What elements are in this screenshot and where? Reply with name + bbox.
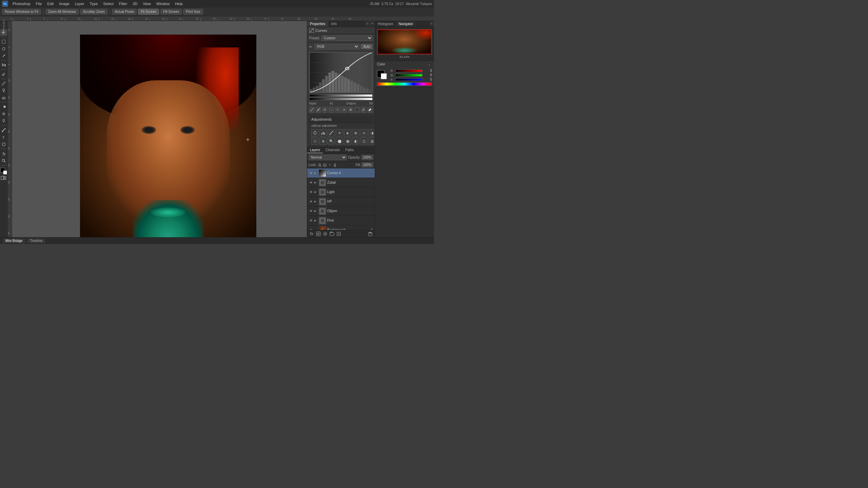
tool-dodge[interactable] xyxy=(0,118,7,124)
tool-clone[interactable] xyxy=(0,87,7,94)
layer-objom-visibility[interactable]: 👁 xyxy=(309,209,313,214)
tool-hand[interactable] xyxy=(0,150,7,157)
tab-paths[interactable]: Paths xyxy=(342,147,357,153)
curve-eyedropper-gray[interactable] xyxy=(361,107,366,113)
tool-pen[interactable] xyxy=(0,127,7,134)
adj-curves[interactable] xyxy=(328,129,335,137)
fill-input[interactable] xyxy=(361,162,373,167)
adj-hsl[interactable]: ⊞ xyxy=(352,129,359,137)
adj-selectivecolor[interactable]: ◫ xyxy=(360,137,368,145)
adj-channelmixer[interactable]: ⊕ xyxy=(319,137,327,145)
tool-crop[interactable] xyxy=(0,62,7,68)
menu-file[interactable]: File xyxy=(34,1,44,6)
adj-invert[interactable]: ⬤ xyxy=(336,137,343,145)
tool-scrubby-zoom[interactable]: Scrubby Zoom xyxy=(80,9,107,15)
menu-layer[interactable]: Layer xyxy=(73,1,87,6)
menu-help[interactable]: Help xyxy=(173,1,185,6)
lock-position[interactable]: + xyxy=(328,163,332,167)
curve-options-btn[interactable]: ⚙ xyxy=(348,107,353,113)
tab-channels[interactable]: Channels xyxy=(323,147,342,153)
layer-light-visibility[interactable]: 👁 xyxy=(309,190,313,195)
adj-gradientmap[interactable]: ▥ xyxy=(368,137,375,145)
tool-zoom[interactable] xyxy=(0,157,7,164)
quick-mask-btn[interactable] xyxy=(1,176,7,182)
tool-fit-screen[interactable]: Fit Screen xyxy=(138,9,159,15)
menu-window[interactable]: Window xyxy=(154,1,172,6)
curve-auto-btn[interactable]: A xyxy=(341,107,347,113)
layer-first[interactable]: 👁 ▶ First xyxy=(307,216,375,225)
add-style-btn[interactable]: fx xyxy=(309,231,315,237)
delete-layer-btn[interactable] xyxy=(367,231,373,237)
tool-text[interactable]: T xyxy=(0,134,7,141)
tool-eraser[interactable] xyxy=(0,94,7,101)
fg-bg-colors[interactable] xyxy=(0,168,7,175)
layer-background-visibility[interactable]: 👁 xyxy=(309,228,313,230)
layer-background[interactable]: 👁 Background xyxy=(307,225,375,230)
curve-draw-btn[interactable] xyxy=(309,107,315,113)
layer-curves4-expand[interactable]: ▶ xyxy=(314,171,318,175)
tool-magic-wand[interactable] xyxy=(0,53,7,59)
layer-curves4-visibility[interactable]: 👁 xyxy=(309,171,313,176)
status-mini-bridge[interactable]: Mini Bridge xyxy=(3,239,25,243)
menu-photoshop[interactable]: Photoshop xyxy=(10,1,33,6)
blend-mode-select[interactable]: Normal Multiply Screen Overlay xyxy=(309,155,347,160)
menu-image[interactable]: Image xyxy=(57,1,72,6)
menu-3d[interactable]: 3D xyxy=(130,1,140,6)
curves-graph[interactable] xyxy=(309,52,373,93)
b-slider[interactable] xyxy=(395,78,422,81)
tool-actual-pixels[interactable]: Actual Pixels xyxy=(112,9,137,15)
curve-eyedropper-white[interactable] xyxy=(367,107,373,113)
properties-close[interactable]: ✕ xyxy=(370,21,375,26)
fg-bg-swatch[interactable] xyxy=(377,70,387,80)
menu-view[interactable]: View xyxy=(140,1,153,6)
tab-properties[interactable]: Properties xyxy=(307,21,329,27)
curves-icon[interactable] xyxy=(309,28,314,33)
canvas-image[interactable] xyxy=(80,35,256,237)
adj-vibrance[interactable]: ◈ xyxy=(344,129,351,137)
tab-info[interactable]: Info xyxy=(329,21,340,27)
adj-brightness[interactable] xyxy=(311,129,319,137)
r-slider[interactable] xyxy=(395,69,422,72)
layer-first-expand[interactable]: ▶ xyxy=(314,219,318,222)
curve-point-btn[interactable] xyxy=(316,107,321,113)
layer-hp[interactable]: 👁 ▶ HP xyxy=(307,197,375,206)
color-menu-btn[interactable]: ≡ xyxy=(427,62,432,67)
tool-blur[interactable] xyxy=(0,110,7,117)
tool-marquee[interactable] xyxy=(0,38,7,45)
layer-objom[interactable]: 👁 ▶ Objom xyxy=(307,206,375,216)
opacity-input[interactable] xyxy=(361,155,373,160)
tool-fill-screen[interactable]: Fill Screen xyxy=(160,9,182,15)
tab-histogram[interactable]: Histogram xyxy=(375,21,396,27)
adj-exposure[interactable]: ☀ xyxy=(336,129,343,137)
nav-menu-btn[interactable]: ≡ xyxy=(429,21,434,26)
tool-zoom-all[interactable]: Zoom All Windows xyxy=(45,9,79,15)
adj-posterize[interactable]: ▦ xyxy=(344,137,351,145)
adj-threshold[interactable]: ◧ xyxy=(352,137,359,145)
bg-color-swatch[interactable] xyxy=(381,73,387,79)
layer-zubal-visibility[interactable]: 👁 xyxy=(309,180,313,185)
layer-first-visibility[interactable]: 👁 xyxy=(309,218,313,223)
layer-zubal-expand[interactable]: ▶ xyxy=(314,181,318,184)
tool-eyedropper[interactable] xyxy=(0,71,7,78)
menu-type[interactable]: Type xyxy=(87,1,100,6)
lock-all[interactable] xyxy=(333,163,337,167)
tool-brush[interactable] xyxy=(0,80,7,87)
menu-filter[interactable]: Filter xyxy=(117,1,130,6)
adj-levels[interactable] xyxy=(319,129,327,137)
background-color[interactable] xyxy=(3,170,7,175)
channel-select[interactable]: RGB Red Green Blue xyxy=(315,44,359,49)
layer-light[interactable]: 👁 ▶ Light xyxy=(307,187,375,197)
auto-button[interactable]: Auto xyxy=(361,44,373,49)
layer-zubal[interactable]: 👁 ▶ Zubal xyxy=(307,178,375,187)
adj-colorlookup[interactable]: 🔍 xyxy=(328,137,335,145)
add-mask-btn[interactable] xyxy=(315,231,321,237)
lock-transparent[interactable] xyxy=(318,163,322,167)
g-slider[interactable] xyxy=(395,74,422,77)
menu-edit[interactable]: Edit xyxy=(45,1,56,6)
adj-photofilter[interactable]: ⬡ xyxy=(311,137,319,145)
fg-color-swatch[interactable] xyxy=(377,70,384,78)
curve-plus-btn[interactable]: + xyxy=(335,107,340,113)
tool-gradient[interactable] xyxy=(0,103,7,110)
new-adjustment-btn[interactable] xyxy=(322,231,328,237)
layer-hp-expand[interactable]: ▶ xyxy=(314,200,318,203)
